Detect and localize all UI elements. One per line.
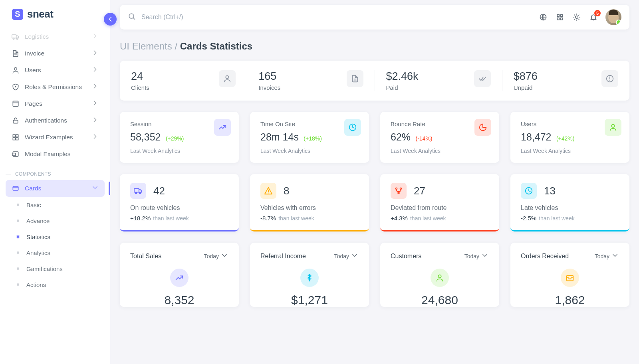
search-input[interactable] (141, 14, 533, 21)
main-content: 5 UI Elements / Cards Statistics 24 Clie… (110, 5, 639, 307)
vehicle-label: On route vehicles (130, 204, 228, 212)
sidebar-sub-gamifications[interactable]: Gamifications (6, 261, 105, 277)
cards-icon (11, 184, 20, 192)
nav-label: Authentications (25, 117, 67, 124)
sub-label: Advance (26, 218, 50, 224)
period-dropdown[interactable]: Today (204, 251, 228, 261)
summary-label: Paid (386, 84, 419, 91)
bullet-icon (17, 283, 19, 286)
chevron-down-icon (481, 251, 489, 261)
language-button[interactable] (538, 12, 548, 22)
sidebar-sub-advance[interactable]: Advance (6, 213, 105, 229)
user-icon (11, 66, 20, 74)
vehicle-value: 13 (544, 185, 556, 197)
card-delta: (+18%) (304, 135, 322, 142)
file-icon (11, 49, 20, 57)
sun-icon (573, 13, 581, 21)
vehicle-delta: -8.7%than last week (260, 215, 359, 222)
theme-button[interactable] (572, 12, 581, 22)
chevron-right-icon (91, 65, 99, 75)
sidebar-item-modal-examples[interactable]: Modal Examples (6, 146, 105, 162)
sidebar-item-wizard-examples[interactable]: Wizard Examples (6, 129, 105, 146)
clock-icon (344, 119, 361, 136)
summary-value: $2.46k (386, 70, 419, 83)
vehicle-card-1: 8 Vehicles with errors -8.7%than last we… (250, 174, 369, 231)
sidebar-nav: Logistics Invoice Users Roles & Permissi… (0, 25, 110, 361)
user-avatar[interactable] (605, 9, 621, 25)
sidebar-sub-analytics[interactable]: Analytics (6, 245, 105, 261)
card-value: 28m 14s (260, 131, 299, 143)
brand-name: sneat (27, 8, 53, 20)
apps-button[interactable] (555, 12, 565, 22)
nav-label: Cards (25, 185, 41, 192)
chevron-down-icon (91, 184, 99, 193)
bullet-icon (17, 267, 19, 270)
bullet-icon (17, 220, 19, 222)
card-value: 1,862 (521, 293, 619, 307)
modal-icon (11, 150, 20, 158)
sidebar-item-users[interactable]: Users (6, 62, 105, 79)
vehicle-value: 8 (284, 185, 289, 197)
vehicle-card-0: 42 On route vehicles +18.2%than last wee… (120, 174, 239, 231)
sidebar-item-authentications[interactable]: Authentications (6, 112, 105, 129)
summary-label: Clients (131, 84, 149, 91)
sidebar-item-roles-permissions[interactable]: Roles & Permissions (6, 79, 105, 95)
shield-icon (11, 83, 20, 91)
vehicle-value: 42 (153, 185, 165, 197)
sidebar-collapse-button[interactable] (104, 13, 117, 26)
checks-icon (474, 70, 491, 87)
card-title: Orders Received (521, 253, 569, 260)
period-dropdown[interactable]: Today (464, 251, 489, 261)
sidebar-sub-statistics[interactable]: Statistics (6, 229, 105, 245)
search-icon (128, 12, 136, 22)
pie-icon (474, 119, 491, 136)
notifications-button[interactable]: 5 (589, 12, 598, 22)
warn-icon (260, 183, 276, 199)
period-dropdown[interactable]: Today (595, 251, 619, 261)
apps-icon (556, 13, 564, 21)
vehicle-card-2: 27 Deviated from route +4.3%than last we… (380, 174, 499, 231)
nav-label: Logistics (25, 33, 49, 40)
topbar: 5 (120, 5, 629, 30)
sidebar-item-logistics[interactable]: Logistics (6, 28, 105, 45)
sub-label: Analytics (26, 249, 50, 256)
chevron-right-icon (91, 82, 99, 92)
analytics-card-bounce rate: Bounce Rate 62% (-14%) Last Week Analyti… (380, 112, 499, 163)
sidebar-sub-basic[interactable]: Basic (6, 197, 105, 213)
sidebar-item-pages[interactable]: Pages (6, 95, 105, 112)
globe-icon (539, 13, 547, 21)
sidebar-item-cards[interactable]: Cards (6, 180, 105, 197)
bullet-icon (17, 235, 19, 238)
sidebar-item-invoice[interactable]: Invoice (6, 45, 105, 62)
nav-label: Invoice (25, 50, 44, 57)
stat-card-referral income: Referral Income Today $1,271 (250, 243, 369, 307)
summary-value: 24 (131, 70, 149, 83)
nav-label: Wizard Examples (25, 134, 73, 141)
bullet-icon (17, 251, 19, 254)
summary-label: Unpaid (514, 84, 538, 91)
card-title: Customers (391, 253, 421, 260)
dollar-icon (300, 269, 319, 287)
chevron-down-icon (611, 251, 619, 261)
card-delta: (-14%) (416, 135, 433, 142)
sub-label: Gamifications (26, 265, 63, 272)
card-subtitle: Last Week Analytics (130, 148, 228, 154)
vehicle-label: Vehicles with errors (260, 204, 359, 212)
breadcrumb-current: Cards Statistics (180, 41, 252, 51)
card-value: 18,472 (521, 131, 551, 143)
brand[interactable]: S sneat (0, 0, 110, 25)
notification-badge: 5 (594, 10, 601, 16)
card-value: 24,680 (391, 293, 489, 307)
sub-label: Actions (26, 281, 46, 288)
nav-label: Users (25, 67, 41, 74)
trend-icon (214, 119, 231, 136)
period-dropdown[interactable]: Today (334, 251, 359, 261)
sub-label: Basic (26, 202, 41, 208)
vehicle-value: 27 (414, 185, 425, 197)
sidebar-sub-actions[interactable]: Actions (6, 277, 105, 293)
analytics-card-time on site: Time On Site 28m 14s (+18%) Last Week An… (250, 112, 369, 163)
chevron-left-icon (106, 15, 114, 23)
breadcrumb: UI Elements / Cards Statistics (120, 41, 629, 52)
truck-icon (11, 33, 20, 41)
nav-section-header: COMPONENTS (6, 162, 105, 180)
